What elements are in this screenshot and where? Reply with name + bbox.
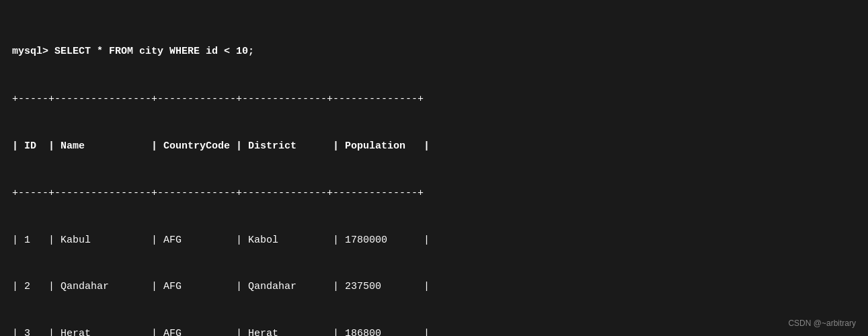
table-row-3: | 3 | Herat | AFG | Herat | 186800 | [12, 326, 852, 336]
command-line: mysql> SELECT * FROM city WHERE id < 10; [12, 44, 852, 59]
separator-header: +-----+----------------+-------------+--… [12, 185, 852, 201]
table-header: | ID | Name | CountryCode | District | P… [12, 138, 852, 154]
watermark: CSDN @~arbitrary [788, 319, 856, 328]
separator-top: +-----+----------------+-------------+--… [12, 91, 852, 107]
table-row-1: | 1 | Kabul | AFG | Kabol | 1780000 | [12, 233, 852, 248]
terminal-window: mysql> SELECT * FROM city WHERE id < 10;… [12, 12, 852, 336]
table-row-2: | 2 | Qandahar | AFG | Qandahar | 237500… [12, 279, 852, 294]
